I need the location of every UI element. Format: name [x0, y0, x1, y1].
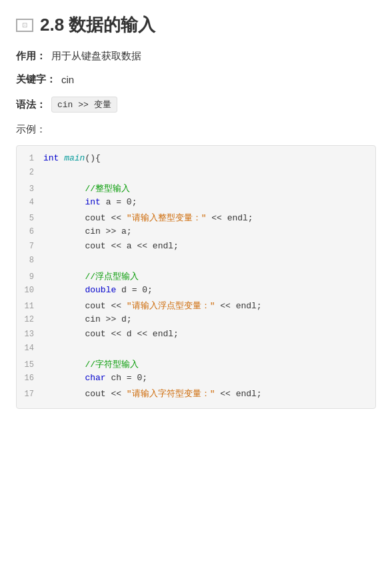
line-content: cout << a << endl; [43, 241, 375, 251]
code-line: 15 //字符型输入 [17, 358, 375, 372]
line-content: cout << "请输入字符型变量：" << endl; [43, 388, 375, 400]
code-line: 13 cout << d << endl; [17, 328, 375, 343]
line-number: 10 [17, 286, 43, 295]
line-number: 17 [17, 390, 43, 399]
line-number: 1 [17, 154, 43, 163]
code-line: 7 cout << a << endl; [17, 240, 375, 255]
code-line: 9 //浮点型输入 [17, 270, 375, 284]
keyword-row: 关键字： cin [16, 73, 376, 86]
keyword-label: 关键字： [16, 73, 56, 86]
code-line: 1 int main(){ [17, 152, 375, 167]
page-title: 2.8 数据的输入 [40, 13, 155, 37]
code-line: 16 char ch = 0; [17, 372, 375, 387]
line-number: 11 [17, 302, 43, 311]
page-header: ⊡ 2.8 数据的输入 [16, 13, 376, 37]
line-content: //字符型输入 [43, 358, 375, 370]
line-number: 2 [17, 168, 43, 177]
syntax-row: 语法： cin >> 变量 [16, 97, 376, 113]
code-line: 4 int a = 0; [17, 196, 375, 211]
line-content: double d = 0; [43, 285, 375, 295]
code-line: 5 cout << "请输入整型变量：" << endl; [17, 211, 375, 226]
line-number: 6 [17, 227, 43, 236]
line-number: 4 [17, 198, 43, 207]
syntax-label: 语法： [16, 99, 46, 111]
line-number: 15 [17, 360, 43, 370]
code-line: 17 cout << "请输入字符型变量：" << endl; [17, 387, 375, 402]
line-number: 5 [17, 214, 43, 223]
code-line: 8 [17, 255, 375, 270]
code-line: 3 //整型输入 [17, 182, 375, 196]
line-number: 3 [17, 184, 43, 194]
line-content: //整型输入 [43, 182, 375, 194]
line-number: 14 [17, 344, 43, 353]
code-line: 12 cin >> d; [17, 314, 375, 328]
syntax-code: cin >> 变量 [51, 97, 117, 113]
line-content: //浮点型输入 [43, 270, 375, 282]
code-block: 1 int main(){ 2 3 //整型输入 4 int a = 0; 5 … [16, 145, 376, 409]
code-line: 2 [17, 167, 375, 182]
section-icon: ⊡ [16, 19, 33, 32]
line-content: cout << "请输入整型变量：" << endl; [43, 212, 375, 224]
purpose-label: 作用： [16, 50, 46, 63]
code-line: 11 cout << "请输入浮点型变量：" << endl; [17, 299, 375, 314]
line-number: 7 [17, 242, 43, 251]
line-number: 9 [17, 272, 43, 282]
line-content: cout << d << endl; [43, 329, 375, 339]
line-content: int a = 0; [43, 197, 375, 207]
purpose-row: 作用： 用于从键盘获取数据 [16, 50, 376, 63]
keyword-value: cin [61, 74, 74, 85]
line-number: 12 [17, 315, 43, 324]
line-number: 8 [17, 256, 43, 265]
purpose-value: 用于从键盘获取数据 [51, 50, 141, 63]
example-label: 示例： [16, 123, 376, 136]
line-content: char ch = 0; [43, 373, 375, 383]
line-content: cout << "请输入浮点型变量：" << endl; [43, 300, 375, 312]
line-content: cin >> a; [43, 226, 375, 236]
line-number: 16 [17, 374, 43, 383]
line-content: int main(){ [43, 153, 375, 163]
code-line: 10 double d = 0; [17, 284, 375, 299]
code-line: 14 [17, 343, 375, 358]
code-line: 6 cin >> a; [17, 226, 375, 240]
line-content: cin >> d; [43, 314, 375, 324]
line-number: 13 [17, 330, 43, 339]
